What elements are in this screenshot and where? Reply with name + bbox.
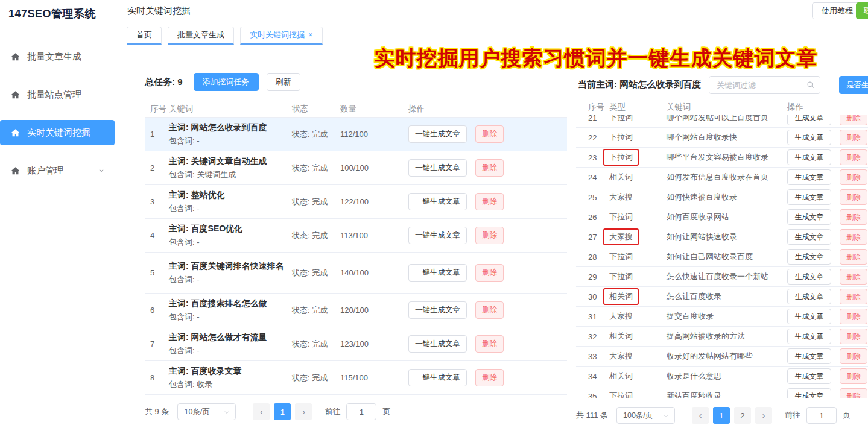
delete-button[interactable]: 删除 <box>475 159 504 177</box>
sidebar-item-batch-site[interactable]: 批量站点管理 <box>0 82 115 107</box>
delete-button[interactable]: 删除 <box>840 269 867 285</box>
generate-article-button[interactable]: 生成文章 <box>787 269 831 285</box>
delete-button[interactable]: 删除 <box>475 227 504 244</box>
keyword-filter-input[interactable] <box>709 76 820 94</box>
delete-button[interactable]: 删除 <box>475 125 504 143</box>
delete-button[interactable]: 删除 <box>475 301 504 319</box>
task-status: 状态: 完成 <box>292 268 340 279</box>
generate-article-button[interactable]: 生成文章 <box>787 388 831 398</box>
delete-button[interactable]: 删除 <box>840 130 867 145</box>
task-include-words: 包含词: - <box>169 345 292 356</box>
page-size-select[interactable]: 100条/页 <box>616 407 675 424</box>
tasks-toolbar: 总任务: 9 添加挖词任务 刷新 <box>145 73 567 91</box>
generate-article-button[interactable]: 生成文章 <box>787 309 831 324</box>
generate-article-button[interactable]: 生成文章 <box>787 115 831 125</box>
delete-button[interactable]: 删除 <box>475 335 504 353</box>
page-suffix-label: 页 <box>843 410 851 421</box>
add-task-button[interactable]: 添加挖词任务 <box>194 73 259 91</box>
keywords-table-header: 序号 类型 关键词 操作 <box>576 99 868 115</box>
delete-button[interactable]: 删除 <box>840 209 867 225</box>
task-main-keyword: 主词: 网站怎么做才有流量 <box>169 332 292 343</box>
generate-article-button[interactable]: 生成文章 <box>787 130 831 145</box>
sidebar-item-realtime-keyword[interactable]: 实时关键词挖掘 <box>0 120 115 145</box>
task-status: 状态: 完成 <box>292 197 340 207</box>
generate-article-button[interactable]: 生成文章 <box>787 149 831 165</box>
next-page-button[interactable]: › <box>295 403 312 420</box>
generate-article-button[interactable]: 生成文章 <box>787 229 831 245</box>
tab-realtime-keyword[interactable]: 实时关键词挖掘× <box>240 27 323 45</box>
keyword-type-highlighted: 下拉词 <box>603 149 639 166</box>
generate-article-button[interactable]: 生成文章 <box>787 169 831 185</box>
row-index: 22 <box>576 133 609 142</box>
keyword-row: 33 大家搜 收录好的发帖网站有哪些 生成文章 删除 <box>576 347 868 367</box>
keyword-text: 怎么快速让百度收录一个新站 <box>667 271 787 282</box>
page-number-button[interactable]: 1 <box>713 407 730 424</box>
delete-button[interactable]: 删除 <box>840 388 867 398</box>
row-index: 1 <box>145 130 169 139</box>
generate-article-button[interactable]: 生成文章 <box>787 329 831 344</box>
delete-button[interactable]: 删除 <box>840 368 867 384</box>
tutorial-button[interactable]: 使用教程 <box>812 2 863 19</box>
task-main-keyword: 主词: 百度关键词排名快速排名 <box>169 260 292 272</box>
prev-page-button[interactable]: ‹ <box>692 407 709 424</box>
generate-article-button[interactable]: 生成文章 <box>787 209 831 225</box>
goto-page-input[interactable] <box>346 403 376 420</box>
generate-article-button[interactable]: 生成文章 <box>787 289 831 304</box>
delete-button[interactable]: 删除 <box>840 115 867 125</box>
delete-button[interactable]: 删除 <box>840 348 867 364</box>
keyword-row: 21 下拉词 哪个网站发帖可以上百度首页 生成文章 删除 <box>576 115 868 128</box>
task-include-words: 包含词: - <box>169 203 292 214</box>
generate-article-button[interactable]: 一键生成文章 <box>408 301 467 319</box>
generate-article-button[interactable]: 一键生成文章 <box>408 335 467 353</box>
delete-button[interactable]: 删除 <box>840 249 867 265</box>
page-size-select[interactable]: 10条/页 <box>177 403 236 420</box>
delete-button[interactable]: 删除 <box>475 264 504 282</box>
generate-article-button[interactable]: 一键生成文章 <box>408 264 467 282</box>
total-tasks-label: 总任务: 9 <box>145 77 183 88</box>
prev-page-button[interactable]: ‹ <box>253 403 270 420</box>
page-number-button[interactable]: 1 <box>274 403 291 420</box>
delete-button[interactable]: 删除 <box>475 193 504 210</box>
app-title: 147SEO管理系统 <box>0 0 116 27</box>
generate-article-button[interactable]: 一键生成文章 <box>408 159 467 177</box>
keyword-type: 相关词 <box>609 371 633 382</box>
delete-button[interactable]: 删除 <box>840 289 867 304</box>
generate-article-button[interactable]: 生成文章 <box>787 348 831 364</box>
generate-toggle-button[interactable]: 是否生成全 <box>839 76 868 94</box>
next-page-button[interactable]: › <box>755 407 772 424</box>
generate-article-button[interactable]: 生成文章 <box>787 368 831 384</box>
generate-article-button[interactable]: 一键生成文章 <box>408 193 467 210</box>
keyword-filter <box>709 76 820 94</box>
row-index: 31 <box>576 312 609 321</box>
page-number-button[interactable]: 2 <box>734 407 751 424</box>
chevron-down-icon <box>662 412 670 420</box>
row-index: 29 <box>576 272 609 282</box>
generate-article-button[interactable]: 一键生成文章 <box>408 125 467 143</box>
delete-button[interactable]: 删除 <box>840 229 867 245</box>
generate-article-button[interactable]: 生成文章 <box>787 189 831 205</box>
generate-article-button[interactable]: 生成文章 <box>787 249 831 265</box>
generate-article-button[interactable]: 一键生成文章 <box>408 369 467 386</box>
tab-batch-article[interactable]: 批量文章生成 <box>168 27 234 45</box>
refresh-button[interactable]: 刷新 <box>267 73 300 91</box>
delete-button[interactable]: 删除 <box>475 369 504 386</box>
sidebar-nav: 批量文章生成 批量站点管理 实时关键词挖掘 账户管理 <box>0 44 116 183</box>
keyword-text: 收录是什么意思 <box>667 371 787 382</box>
goto-page-input[interactable] <box>806 407 837 424</box>
keyword-type-highlighted: 相关词 <box>603 288 639 305</box>
delete-button[interactable]: 删除 <box>840 309 867 324</box>
delete-button[interactable]: 删除 <box>840 189 867 205</box>
row-index: 34 <box>576 372 609 381</box>
tab-home[interactable]: 首页 <box>127 27 162 45</box>
generate-article-button[interactable]: 一键生成文章 <box>408 227 467 244</box>
sidebar-item-batch-article[interactable]: 批量文章生成 <box>0 44 115 69</box>
keyword-row: 27 大家搜 如何让网站快速收录 生成文章 删除 <box>576 227 868 247</box>
task-count: 115/100 <box>340 373 408 382</box>
delete-button[interactable]: 删除 <box>840 329 867 344</box>
delete-button[interactable]: 删除 <box>840 169 867 185</box>
delete-button[interactable]: 删除 <box>840 149 867 165</box>
close-icon[interactable]: × <box>308 30 313 39</box>
contact-button[interactable]: 联 <box>856 2 868 19</box>
keyword-type: 下拉词 <box>609 271 633 282</box>
sidebar-item-account[interactable]: 账户管理 <box>0 158 115 183</box>
